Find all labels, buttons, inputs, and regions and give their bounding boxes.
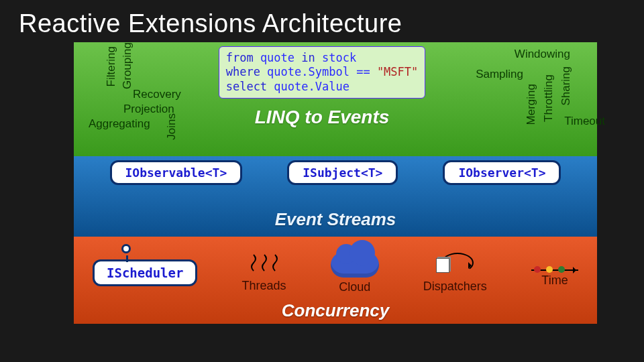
layer-concurrency: IScheduler Threads Cloud Dispatchers [74,237,597,324]
iface-iobservable: IObservable<T> [110,160,243,185]
concur-time: Time [531,259,578,288]
dispatchers-icon [436,253,474,277]
concur-threads: Threads [242,253,286,293]
plug-icon [121,244,131,253]
threads-icon [250,253,279,276]
iface-iobserver: IObserver<T> [443,160,561,185]
code-string: "MSFT" [377,65,418,78]
code-text: quote.Symbol == [260,65,377,78]
ischeduler-label: IScheduler [107,265,183,280]
iface-isubject: ISubject<T> [287,160,398,185]
code-snippet: from quote in stock where quote.Symbol =… [219,46,426,99]
op-windowing: Windowing [515,48,570,61]
kw-select: select [226,80,267,93]
kw-from: from [226,51,254,64]
op-timeout: Timeout [564,115,605,128]
kw-in: in [301,51,315,64]
op-recovery: Recovery [133,88,181,101]
layer-linq: Filtering Grouping Recovery Projection A… [74,42,597,156]
concur-cloud: Cloud [331,252,379,294]
event-streams-headline: Event Streams [74,209,597,230]
op-sampling: Sampling [476,68,523,81]
linq-center: from quote in stock where quote.Symbol =… [195,42,449,156]
op-aggregating: Aggregating [89,117,150,131]
code-text: quote [254,51,302,64]
time-icon [531,269,578,271]
op-grouping: Grouping [121,42,134,89]
iface-ischeduler: IScheduler [93,259,197,286]
linq-headline: LINQ to Events [255,107,390,128]
cloud-icon [331,252,379,278]
cloud-label: Cloud [339,280,370,294]
op-merging: Merging [525,84,538,125]
concurrency-headline: Concurrency [74,300,597,321]
op-sharing: Sharing [559,66,573,106]
threads-label: Threads [242,279,286,293]
op-throttling: Throttling [542,74,555,122]
concur-dispatchers: Dispatchers [423,253,487,294]
dispatchers-label: Dispatchers [423,280,487,294]
diagram-stage: Filtering Grouping Recovery Projection A… [74,42,597,324]
ops-left-cluster: Filtering Grouping Recovery Projection A… [74,42,195,156]
ops-right-cluster: Windowing Sampling Sharing Throttling Me… [449,42,597,156]
page-title: Reactive Extensions Architecture [0,0,644,42]
code-text: stock [315,51,356,64]
code-text: quote.Value [267,80,350,93]
layer-event-streams: IObservable<T> ISubject<T> IObserver<T> … [74,156,597,237]
kw-where: where [226,65,260,78]
op-joins: Joins [165,113,178,140]
time-label: Time [541,274,568,288]
op-filtering: Filtering [105,46,118,86]
